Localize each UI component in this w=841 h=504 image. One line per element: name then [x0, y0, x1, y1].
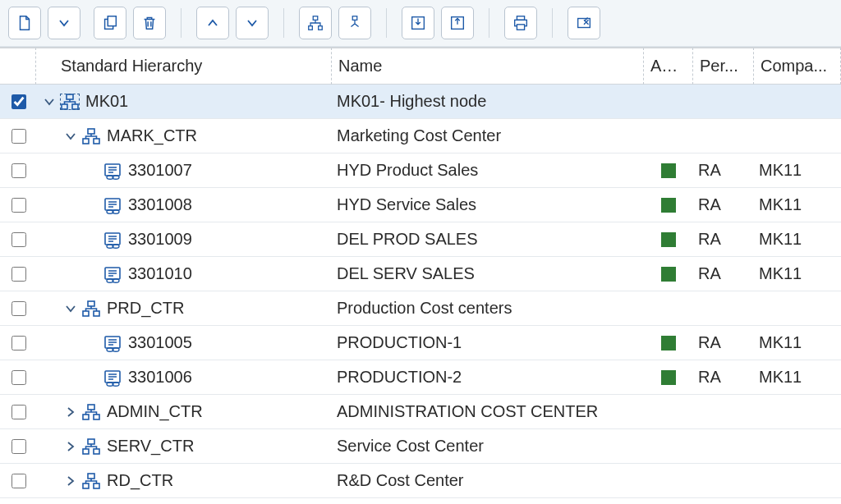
delete-button[interactable] [133, 7, 166, 39]
company-cell [754, 464, 841, 498]
node-id-label: RD_CTR [107, 471, 173, 490]
cost-center-icon [102, 162, 123, 180]
cost-center-icon [102, 369, 123, 387]
column-header-per[interactable]: Per... [693, 48, 754, 85]
company-cell [754, 395, 841, 429]
import-button[interactable] [402, 7, 434, 39]
chevron-down-icon [246, 16, 259, 30]
move-up-button[interactable] [196, 7, 229, 39]
row-checkbox[interactable] [11, 405, 26, 419]
toolbar [0, 0, 841, 47]
row-checkbox[interactable] [11, 439, 26, 454]
expander-toggle[interactable] [62, 438, 79, 455]
person-cell [693, 291, 754, 326]
row-checkbox[interactable] [11, 336, 26, 351]
company-cell: MK11 [754, 257, 841, 291]
active-cell [644, 153, 693, 188]
name-cell: Production Cost centers [332, 291, 644, 326]
company-cell: MK11 [754, 360, 841, 395]
company-cell: MK11 [754, 153, 841, 188]
node-id-label: MARK_CTR [107, 126, 197, 145]
group-node-icon [80, 403, 102, 421]
node-id-label: SERV_CTR [107, 437, 194, 456]
company-cell: MK11 [754, 326, 841, 360]
person-cell [693, 85, 754, 119]
column-header-name[interactable]: Name [332, 48, 644, 85]
active-cell [644, 429, 693, 464]
expander-toggle[interactable] [62, 300, 79, 317]
name-cell: HYD Product Sales [332, 153, 644, 188]
row-checkbox[interactable] [11, 94, 26, 109]
active-cell [644, 360, 693, 395]
person-cell: RA [693, 257, 754, 291]
row-checkbox[interactable] [11, 370, 26, 385]
status-active-indicator [661, 336, 676, 351]
new-button[interactable] [8, 7, 41, 39]
person-cell: RA [693, 153, 754, 188]
row-checkbox[interactable] [11, 267, 26, 282]
row-checkbox[interactable] [11, 474, 26, 488]
expander-toggle[interactable] [41, 94, 57, 110]
hierarchy-cell: 3301007 [36, 153, 332, 188]
copy-button[interactable] [94, 7, 126, 39]
trash-icon [140, 14, 159, 32]
import-icon [409, 14, 427, 32]
move-down-button[interactable] [236, 7, 269, 39]
company-cell [754, 85, 841, 119]
chevron-down-icon [64, 302, 77, 315]
row-checkbox[interactable] [11, 301, 26, 316]
active-cell [644, 257, 693, 291]
chevron-down-icon [57, 16, 71, 30]
row-checkbox[interactable] [11, 198, 26, 213]
company-cell: MK11 [754, 188, 841, 222]
toolbar-divider [489, 8, 489, 38]
row-select-cell [0, 360, 36, 395]
hierarchy-cell: 3301009 [36, 222, 332, 257]
name-cell: HYD Service Sales [332, 188, 644, 222]
person-cell: RA [693, 188, 754, 222]
new-dropdown-button[interactable] [48, 7, 80, 39]
print-button[interactable] [504, 7, 537, 39]
row-select-cell [0, 429, 36, 464]
expander-toggle[interactable] [62, 473, 79, 489]
row-checkbox[interactable] [11, 129, 26, 144]
chevron-right-icon [64, 405, 77, 419]
chevron-up-icon [206, 16, 219, 30]
column-header-act[interactable]: Act... [644, 48, 693, 85]
row-checkbox[interactable] [11, 232, 26, 247]
toolbar-divider [552, 8, 553, 38]
row-select-cell [0, 326, 36, 360]
group-node-icon [59, 93, 80, 111]
row-checkbox[interactable] [11, 163, 26, 178]
toolbar-divider [181, 8, 182, 38]
row-select-cell [0, 85, 36, 119]
column-header-hierarchy[interactable]: Standard Hierarchy [36, 48, 332, 85]
node-id-label: 3301009 [128, 230, 192, 249]
collapse-all-button[interactable] [338, 7, 371, 39]
active-cell [644, 464, 693, 498]
cost-center-icon [102, 265, 123, 283]
status-active-indicator [661, 232, 676, 247]
status-active-indicator [661, 267, 676, 282]
layout-button[interactable] [568, 7, 600, 39]
company-cell [754, 291, 841, 326]
chevron-right-icon [64, 440, 77, 453]
node-id-label: 3301007 [128, 161, 192, 180]
hierarchy-cell: MARK_CTR [36, 119, 332, 153]
expand-all-button[interactable] [299, 7, 332, 39]
hierarchy-collapse-icon [346, 14, 364, 32]
hierarchy-expand-icon [306, 14, 324, 32]
name-cell: R&D Cost Center [332, 464, 644, 498]
expander-toggle[interactable] [62, 128, 79, 144]
cost-center-icon [102, 196, 123, 214]
group-node-icon [80, 300, 102, 318]
expander-toggle[interactable] [62, 404, 79, 420]
node-id-label: ADMIN_CTR [107, 402, 203, 421]
column-header-compa[interactable]: Compa... [754, 48, 841, 85]
name-cell: ADMINISTRATION COST CENTER [332, 395, 644, 429]
company-cell: MK11 [754, 222, 841, 257]
export-button[interactable] [441, 7, 474, 39]
hierarchy-cell: 3301008 [36, 188, 332, 222]
active-cell [644, 395, 693, 429]
node-id-label: 3301006 [128, 368, 192, 387]
